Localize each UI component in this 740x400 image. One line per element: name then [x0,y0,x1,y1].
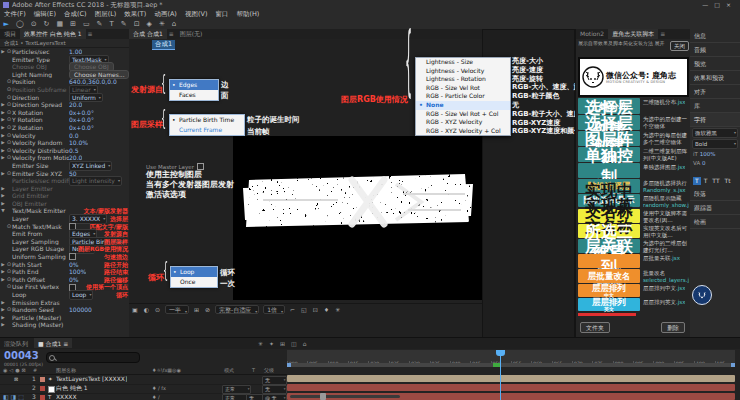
fx-property-row[interactable]: ▶ ⊙ Path Start 0% 路径开始 [0,261,129,269]
dock-panel-tab[interactable]: 库 [690,99,740,113]
menu-item[interactable]: 效果(T) [120,10,150,18]
panel-menu-icon[interactable]: ≡ [658,30,667,37]
font-size-value[interactable]: 100% [700,151,716,157]
fx-property-row[interactable]: ▶ Layer Emitter [0,185,129,193]
lock-icon[interactable]: ⊠ [14,375,18,384]
tool-icon[interactable]: ✳ [155,20,168,28]
close-button[interactable]: × [726,1,737,8]
viewer-toolbar-item[interactable]: ◐ [141,306,152,313]
tool-icon[interactable]: ↻ [40,20,53,28]
script-button[interactable]: 层批量改名 [578,269,640,283]
tool-icon[interactable]: ◈ [143,20,155,28]
dock-panel-tab[interactable]: 音频 [690,43,740,57]
fx-property-row[interactable]: ⊙ Match Text/Mask 匹配文字/蒙版 [0,223,129,231]
rgb-menu-item[interactable]: RGB - Particle Color [416,92,510,101]
fx-property-value[interactable]: 0x+0.0° [69,109,94,117]
close-info-button[interactable]: 关闭 [670,41,689,51]
fx-property-value[interactable] [69,253,76,260]
viewer-toolbar-item[interactable]: ⌐ [287,306,298,313]
viewer-toolbar-item[interactable]: ✳ [332,306,343,313]
layer-switches[interactable]: ♦ ∕ [152,393,160,400]
option-loop[interactable]: Loop [171,267,217,277]
tool-icon[interactable]: ◯ [12,20,27,28]
maximize-button[interactable]: □ [714,1,726,8]
fx-property-value[interactable]: 10.0% [69,139,88,147]
fx-property-row[interactable]: Uniform Sampling 匀速描边 [0,253,129,261]
script-button[interactable]: 层层排列 英文 [578,298,640,311]
fx-property-row[interactable]: ▶ ⊙ Y Rotation 0x+0.0° [0,116,129,124]
fx-property-row[interactable]: ▶ OBJ Emitter [0,200,129,208]
menu-item[interactable]: 视图(V) [181,10,212,18]
fx-property-row[interactable]: Loop Loop 循环 [0,291,129,299]
tool-icon[interactable]: ⊙ [27,20,40,28]
expand-arrow-icon[interactable]: ▶ [0,192,6,200]
font-style-select[interactable]: Bold [692,139,738,149]
tab-render-queue[interactable]: 渲染队列 [0,338,32,348]
rgb-menu-item[interactable]: RGB - XYZ Velocity [416,118,510,127]
tool-icon[interactable]: ⌂ [168,20,179,28]
layer-switches[interactable]: ♦ ∕ fx [152,384,166,393]
script-file-link[interactable]: selected_layers.jsx [643,277,689,283]
menu-item[interactable]: 合成(C) [60,10,91,18]
active-comp-label[interactable]: 合成1 [152,40,175,50]
script-button[interactable]: 层关联到 前面图层 [578,254,640,268]
fx-property-value[interactable]: 0x+0.0° [69,116,94,124]
timeline-icon-button[interactable]: ✳ [255,340,266,347]
fx-property-row[interactable]: ▶ Particle (Master) [0,314,129,322]
fx-property-row[interactable]: ▶ ⊙ Random Seed 100000 [0,306,129,314]
fx-property-row[interactable]: Emitter Size XYZ Linked [0,162,129,170]
layer-color-swatch[interactable] [40,377,45,382]
option-birth-time[interactable]: Particle Birth Time [170,115,244,125]
tab-motion2[interactable]: Motion2 [576,29,608,39]
menu-item[interactable]: 动画(A) [150,10,181,18]
playhead-line[interactable] [500,350,501,400]
fx-property-row[interactable]: ▶ Shading (Master) [0,321,129,329]
layer-name[interactable]: XXXXX [56,393,77,400]
dock-panel-tab[interactable]: 信息 [690,29,740,43]
option-once[interactable]: Once [171,277,217,287]
menu-item[interactable]: 文件(F) [0,10,30,18]
rgb-menu-item[interactable]: None [416,101,510,110]
panel-menu-icon[interactable]: ≡ [63,340,68,347]
minimize-button[interactable]: — [702,1,714,8]
menu-item[interactable]: 帮助(H) [232,10,263,18]
fx-property-row[interactable]: Layer 3. XXXXX 选择层 [0,215,129,223]
timeline-toggle-icons[interactable]: ◧ ◨ ⬚ [3,393,24,400]
fx-property-row[interactable]: ▶ ⊙ Velocity Random 10.0% [0,139,129,147]
panel-menu-icon[interactable]: ≡ [167,30,176,37]
fx-property-row[interactable]: ⊙ Position 640.0,360.0,0.0 [0,78,129,86]
fx-property-value[interactable]: 0x+0.0° [69,124,94,132]
timeline-icon-button[interactable]: ✦ [266,340,277,347]
menu-item[interactable]: 图层(L) [91,10,121,18]
tab-lujiao-scripts[interactable]: 鹿角志关联脚本 [608,29,658,39]
font-family-select[interactable]: 微软雅黑 [692,128,738,138]
tool-icon[interactable]: ▭ [79,20,93,28]
fx-property-row[interactable]: ⊙ Use First Vertex 使用第一个顶点 [0,283,129,291]
script-file-link[interactable]: .jsx [676,285,685,291]
expand-arrow-icon[interactable]: ▶ [0,314,6,322]
character-panel-header[interactable]: 字符 [690,113,740,127]
type-style-button[interactable]: TT [710,177,721,185]
composition-viewport[interactable] [233,136,482,300]
work-area-bar[interactable] [287,363,735,367]
panel-menu-icon[interactable]: ≡ [86,30,95,37]
fx-property-row[interactable]: ⊙ Position Subframe Linear [0,86,129,94]
type-style-button[interactable]: Tt [723,177,733,185]
fx-property-row[interactable]: ▶ Emission Extras [0,299,129,307]
menu-item[interactable]: 编辑(E) [30,10,60,18]
fx-property-value[interactable]: 100% [69,268,86,276]
script-button[interactable]: 单独控制 所选图层 [578,163,640,178]
layer-color-swatch[interactable] [40,386,45,391]
fx-property-row[interactable]: ▶ ⊙ Path End 100% 路径结束 [0,268,129,276]
fx-property-row[interactable]: ▶ ⊙ X Rotation 0x+0.0° [0,109,129,117]
layer-name[interactable]: TextLayersText [XXXXX] [56,375,127,384]
expand-arrow-icon[interactable]: ▶ [0,185,6,193]
tracking-row[interactable]: VA 0 [690,159,740,168]
fx-property-row[interactable]: Light Naming Choose Names... [0,71,129,79]
timeline-icon-button[interactable]: ⊞ [277,340,288,347]
viewer-toolbar-item[interactable]: ◱ [298,306,310,313]
timeline-search-input[interactable] [46,352,140,363]
option-edges[interactable]: Edges [170,80,218,90]
fx-property-value[interactable]: 0.5 [69,147,79,155]
viewer-toolbar-item[interactable]: ⊘ [202,306,213,313]
